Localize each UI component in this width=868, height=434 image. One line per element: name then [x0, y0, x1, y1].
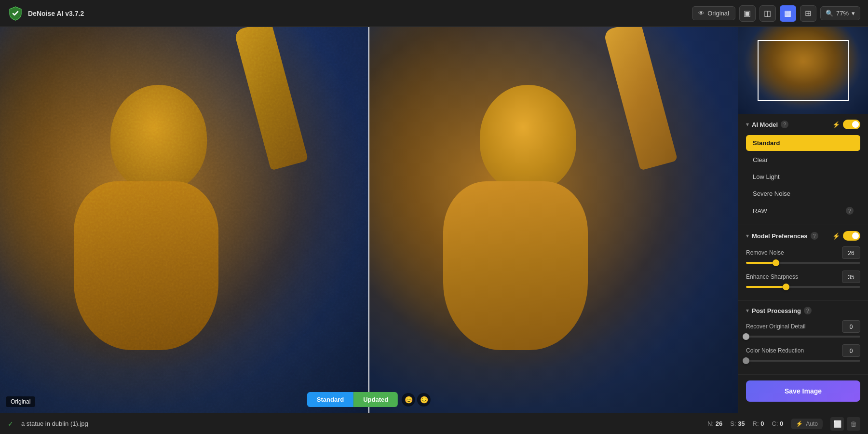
badge-standard: Standard [307, 392, 353, 407]
post-processing-section: ▾ Post Processing ? Recover Original Det… [738, 301, 868, 375]
ai-model-toggle[interactable] [843, 120, 860, 129]
post-processing-title: Post Processing [752, 307, 801, 314]
zoom-control[interactable]: 🔍 77% ▾ [820, 6, 860, 20]
enhance-sharpness-row: Enhance Sharpness 35 [746, 271, 860, 288]
model-preferences-header: ▾ Model Preferences ? ⚡ [746, 231, 860, 241]
recover-detail-row: Recover Original Detail 0 [746, 320, 860, 338]
topbar: DeNoise AI v3.7.2 👁 Original ▣ ◫ ▦ ⊞ 🔍 7… [0, 0, 868, 27]
model-btn-low-light[interactable]: Low Light [746, 169, 860, 185]
model-pref-toggle-area: ⚡ [832, 231, 860, 241]
ai-model-toggle-area: ⚡ [832, 120, 860, 129]
post-proc-chevron-icon: ▾ [746, 307, 749, 314]
logo-icon [8, 6, 23, 21]
status-c-label: C: [772, 420, 778, 427]
ai-model-section: ▾ AI Model ? ⚡ Standard Clear Low Light … [738, 114, 868, 225]
remove-noise-label-row: Remove Noise 26 [746, 246, 860, 259]
color-noise-track[interactable] [746, 360, 860, 362]
model-pref-help-button[interactable]: ? [811, 232, 818, 240]
preview-icon-monitor[interactable]: ⬜ [830, 417, 844, 431]
enhance-sharpness-thumb[interactable] [783, 284, 789, 290]
remove-noise-track[interactable] [746, 262, 860, 264]
statue-figure-right [369, 27, 738, 413]
statue-arm-right [603, 27, 678, 170]
model-raw-label: RAW [753, 207, 767, 215]
recover-detail-thumb[interactable] [743, 333, 749, 340]
model-btn-clear[interactable]: Clear [746, 152, 860, 168]
status-n-label: N: [707, 420, 714, 427]
color-noise-thumb[interactable] [743, 357, 749, 364]
ai-model-title: AI Model [752, 121, 778, 128]
enhance-sharpness-value[interactable]: 35 [842, 271, 860, 283]
logo-area: DeNoise AI v3.7.2 [8, 6, 84, 21]
status-bar: ✓ a statue in dublin (1).jpg N: 26 S: 35… [0, 413, 868, 434]
status-s-param: S: 35 [730, 420, 745, 427]
model-btn-severe-noise[interactable]: Severe Noise [746, 186, 860, 202]
ai-model-help-button[interactable]: ? [781, 121, 788, 128]
eye-icon: 👁 [698, 10, 705, 17]
thumbnail-viewport [758, 40, 848, 101]
statue-torso-left [74, 181, 218, 350]
image-right-panel [369, 27, 738, 413]
original-label: Original [6, 396, 35, 407]
preview-icon-delete[interactable]: 🗑 [847, 417, 860, 431]
recover-detail-label: Recover Original Detail [746, 323, 805, 330]
badge-smiley-icon[interactable]: 😊 [402, 393, 415, 407]
preview-icons: ⬜ 🗑 [830, 417, 860, 431]
zoom-chevron-icon: ▾ [852, 10, 855, 17]
view-split-button[interactable]: ◫ [760, 5, 776, 22]
enhance-sharpness-fill [746, 286, 786, 288]
recover-detail-track[interactable] [746, 336, 860, 338]
main-content: Original Standard Updated 😊 😔 [0, 27, 868, 413]
status-n-param: N: 26 [707, 420, 722, 427]
image-area: Original Standard Updated 😊 😔 [0, 27, 738, 413]
remove-noise-label: Remove Noise [746, 249, 784, 256]
status-r-param: R: 0 [753, 420, 764, 427]
model-preferences-section: ▾ Model Preferences ? ⚡ Remove Noise 26 [738, 225, 868, 301]
status-n-value: 26 [716, 420, 722, 427]
badge-sad-icon[interactable]: 😔 [417, 393, 431, 407]
ai-model-lightning-icon: ⚡ [832, 121, 840, 128]
image-container: Original [0, 27, 738, 413]
model-btn-standard[interactable]: Standard [746, 135, 860, 151]
color-noise-value[interactable]: 0 [842, 344, 860, 357]
recover-detail-value[interactable]: 0 [842, 320, 860, 333]
status-params: N: 26 S: 35 R: 0 C: 0 ⚡ Auto ⬜ 🗑 [707, 417, 860, 431]
model-badge-overlay: Standard Updated 😊 😔 [307, 392, 431, 407]
ai-model-chevron-icon: ▾ [746, 121, 749, 128]
save-image-button[interactable]: Save Image [746, 380, 860, 402]
app-title: DeNoise AI v3.7.2 [28, 10, 84, 17]
view-grid-button[interactable]: ⊞ [800, 5, 816, 22]
processed-image [369, 27, 738, 413]
status-c-param: C: 0 [772, 420, 783, 427]
statue-head-right [480, 85, 576, 191]
enhance-sharpness-track[interactable] [746, 286, 860, 288]
topbar-controls: 👁 Original ▣ ◫ ▦ ⊞ 🔍 77% ▾ [692, 5, 860, 22]
model-preferences-title: Model Preferences [752, 232, 808, 240]
enhance-sharpness-label: Enhance Sharpness [746, 273, 798, 280]
status-r-value: 0 [760, 420, 764, 427]
statue-arm-left [234, 27, 309, 170]
view-single-button[interactable]: ▣ [739, 5, 756, 22]
model-btn-raw[interactable]: RAW ? [746, 203, 860, 219]
view-compare-button[interactable]: ▦ [780, 5, 796, 22]
image-left-panel: Original [0, 27, 369, 413]
color-noise-label-row: Color Noise Reduction 0 [746, 344, 860, 357]
remove-noise-fill [746, 262, 776, 264]
status-lightning-icon: ⚡ [796, 420, 803, 427]
status-filename: a statue in dublin (1).jpg [21, 420, 88, 427]
model-pref-toggle[interactable] [843, 231, 860, 241]
status-check-icon: ✓ [8, 420, 14, 428]
zoom-label: 77% [836, 10, 849, 17]
remove-noise-value[interactable]: 26 [842, 246, 860, 259]
remove-noise-thumb[interactable] [773, 259, 779, 266]
statue-head-left [110, 85, 207, 191]
post-proc-help-button[interactable]: ? [804, 307, 812, 314]
enhance-sharpness-label-row: Enhance Sharpness 35 [746, 271, 860, 283]
recover-detail-label-row: Recover Original Detail 0 [746, 320, 860, 333]
status-s-value: 35 [738, 420, 745, 427]
ai-model-header: ▾ AI Model ? ⚡ [746, 120, 860, 129]
original-button[interactable]: 👁 Original [692, 6, 735, 20]
status-mode-badge: ⚡ Auto [791, 419, 823, 429]
color-noise-row: Color Noise Reduction 0 [746, 344, 860, 362]
status-mode-label: Auto [806, 420, 818, 427]
